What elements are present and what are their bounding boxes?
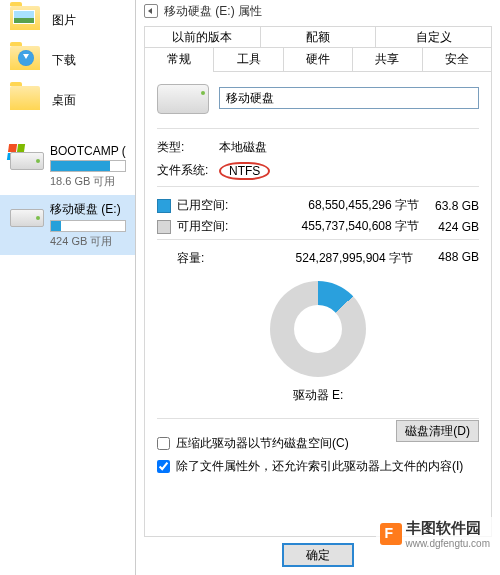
tab-security[interactable]: 安全 (423, 48, 491, 71)
properties-dialog: 移动硬盘 (E:) 属性 以前的版本 配额 自定义 常规 工具 硬件 共享 安全… (135, 0, 500, 575)
sidebar-item-label: 下载 (52, 52, 76, 69)
sidebar-item-label: 图片 (52, 12, 76, 29)
type-label: 类型: (157, 139, 219, 156)
drive-icon (10, 146, 44, 170)
drive-item-removable[interactable]: 移动硬盘 (E:) 424 GB 可用 (0, 195, 135, 255)
tab-row-lower: 常规 工具 硬件 共享 安全 (144, 48, 492, 72)
usage-donut-chart (270, 281, 366, 377)
drive-usage-bar (50, 160, 126, 172)
capacity-bytes: 524,287,995,904 字节 (233, 250, 419, 267)
capacity-row: 容量: 524,287,995,904 字节 488 GB (157, 250, 479, 267)
tab-previous-versions[interactable]: 以前的版本 (145, 27, 261, 47)
free-swatch-icon (157, 220, 171, 234)
ok-button[interactable]: 确定 (282, 543, 354, 567)
tab-hardware[interactable]: 硬件 (284, 48, 353, 71)
type-value: 本地磁盘 (219, 139, 267, 156)
pictures-folder-icon (10, 6, 42, 34)
used-space-row: 已用空间: 68,550,455,296 字节 63.8 GB (157, 197, 479, 214)
filesystem-label: 文件系统: (157, 162, 219, 180)
dialog-title-text: 移动硬盘 (E:) 属性 (164, 3, 262, 20)
watermark-logo-icon (380, 523, 402, 545)
drive-title: 移动硬盘 (E:) (50, 201, 131, 218)
free-gb: 424 GB (419, 220, 479, 234)
tab-tools[interactable]: 工具 (214, 48, 283, 71)
filesystem-value: NTFS (219, 162, 270, 180)
index-checkbox-row[interactable]: 除了文件属性外，还允许索引此驱动器上文件的内容(I) (157, 458, 479, 475)
capacity-gb: 488 GB (419, 250, 479, 267)
drive-item-bootcamp[interactable]: BOOTCAMP ( 18.6 GB 可用 (0, 138, 135, 195)
drive-icon (10, 203, 44, 227)
used-gb: 63.8 GB (419, 199, 479, 213)
drive-usage-bar (50, 220, 126, 232)
capacity-label: 容量: (177, 250, 233, 267)
index-label: 除了文件属性外，还允许索引此驱动器上文件的内容(I) (176, 458, 463, 475)
index-checkbox[interactable] (157, 460, 170, 473)
watermark: 丰图软件园 www.dgfengtu.com (376, 517, 495, 551)
disk-cleanup-button[interactable]: 磁盘清理(D) (396, 420, 479, 442)
general-tab-content: 类型: 本地磁盘 文件系统: NTFS 已用空间: 68,550,455,296… (144, 72, 492, 537)
dialog-titlebar: 移动硬盘 (E:) 属性 (136, 0, 500, 22)
watermark-url: www.dgfengtu.com (406, 538, 491, 549)
disk-icon (157, 82, 209, 114)
used-swatch-icon (157, 199, 171, 213)
back-icon[interactable] (144, 4, 158, 18)
explorer-sidebar: 图片 下载 桌面 BOOTCAMP ( 18.6 GB 可用 移动硬盘 (E:)… (0, 0, 135, 575)
tab-quota[interactable]: 配额 (261, 27, 377, 47)
desktop-folder-icon (10, 86, 42, 114)
tab-row-upper: 以前的版本 配额 自定义 (144, 26, 492, 48)
free-space-row: 可用空间: 455,737,540,608 字节 424 GB (157, 218, 479, 235)
free-bytes: 455,737,540,608 字节 (289, 218, 419, 235)
watermark-brand: 丰图软件园 (406, 519, 491, 538)
free-label: 可用空间: (177, 218, 289, 235)
drive-subtext: 18.6 GB 可用 (50, 174, 131, 189)
drive-name-input[interactable] (219, 87, 479, 109)
sidebar-item-pictures[interactable]: 图片 (0, 0, 135, 40)
tab-general[interactable]: 常规 (145, 48, 214, 71)
sidebar-item-desktop[interactable]: 桌面 (0, 80, 135, 120)
downloads-folder-icon (10, 46, 42, 74)
tab-sharing[interactable]: 共享 (353, 48, 422, 71)
drive-subtext: 424 GB 可用 (50, 234, 131, 249)
drive-letter-label: 驱动器 E: (157, 387, 479, 404)
used-bytes: 68,550,455,296 字节 (289, 197, 419, 214)
compress-label: 压缩此驱动器以节约磁盘空间(C) (176, 435, 349, 452)
drive-title: BOOTCAMP ( (50, 144, 131, 158)
compress-checkbox[interactable] (157, 437, 170, 450)
sidebar-item-label: 桌面 (52, 92, 76, 109)
tab-customize[interactable]: 自定义 (376, 27, 491, 47)
used-label: 已用空间: (177, 197, 289, 214)
sidebar-item-downloads[interactable]: 下载 (0, 40, 135, 80)
